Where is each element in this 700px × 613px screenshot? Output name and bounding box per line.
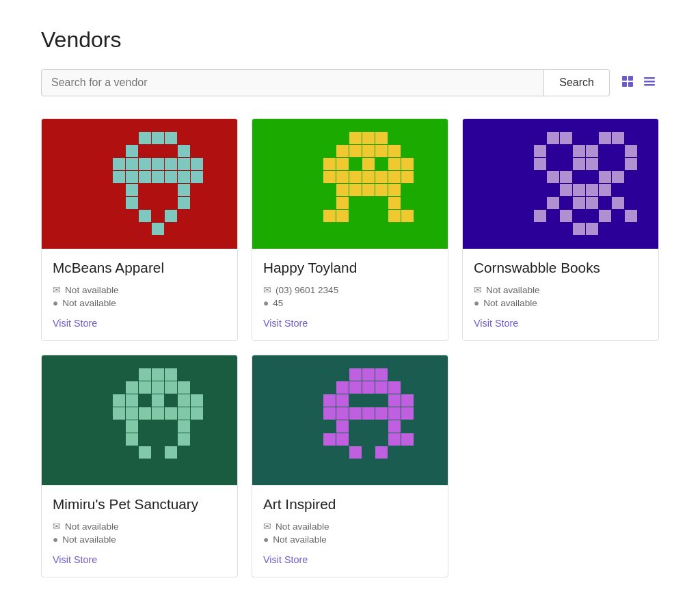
grid-view-icon[interactable] [618, 72, 637, 94]
phone-icon: ✉ [474, 284, 482, 295]
vendor-card: McBeans Apparel✉ Not available● Not avai… [41, 118, 238, 341]
svg-rect-3 [628, 82, 633, 87]
vendor-location: ● 45 [263, 298, 437, 308]
search-button[interactable]: Search [544, 69, 610, 96]
phone-icon: ✉ [53, 284, 61, 295]
svg-rect-6 [644, 84, 655, 86]
vendor-location: ● Not available [263, 534, 437, 545]
location-icon: ● [263, 298, 269, 308]
location-icon: ● [263, 534, 269, 545]
vendor-phone: ✉ Not available [53, 284, 226, 295]
vendor-name: Art Inspired [263, 496, 437, 513]
svg-rect-1 [628, 76, 633, 81]
list-view-icon[interactable] [640, 72, 659, 94]
svg-rect-0 [622, 76, 627, 81]
vendor-image [252, 119, 448, 249]
vendor-card: Happy Toyland✉ (03) 9601 2345● 45Visit S… [252, 118, 448, 341]
phone-icon: ✉ [263, 521, 271, 532]
vendor-phone: ✉ Not available [53, 521, 226, 532]
page-title: Vendors [41, 27, 659, 53]
vendor-card: Cornswabble Books✉ Not available● Not av… [462, 118, 659, 341]
vendor-image [463, 119, 659, 249]
vendor-location: ● Not available [53, 298, 226, 308]
vendor-name: Happy Toyland [263, 260, 437, 276]
vendors-grid: McBeans Apparel✉ Not available● Not avai… [41, 118, 659, 577]
visit-store-link[interactable]: Visit Store [263, 554, 308, 565]
location-icon: ● [53, 298, 58, 308]
vendor-phone: ✉ (03) 9601 2345 [263, 284, 437, 295]
svg-rect-4 [644, 77, 655, 79]
svg-rect-5 [644, 81, 655, 83]
visit-store-link[interactable]: Visit Store [474, 318, 518, 329]
search-input[interactable] [41, 69, 544, 96]
vendor-location: ● Not available [474, 298, 647, 308]
vendor-image [42, 355, 238, 485]
vendor-card: Mimiru's Pet Sanctuary✉ Not available● N… [41, 355, 238, 577]
visit-store-link[interactable]: Visit Store [53, 554, 97, 565]
search-bar: Search [41, 69, 659, 96]
vendor-phone: ✉ Not available [263, 521, 437, 532]
visit-store-link[interactable]: Visit Store [53, 318, 97, 329]
visit-store-link[interactable]: Visit Store [263, 318, 308, 329]
vendor-phone: ✉ Not available [474, 284, 647, 295]
vendor-name: Mimiru's Pet Sanctuary [53, 496, 226, 513]
phone-icon: ✉ [53, 521, 61, 532]
svg-rect-2 [622, 82, 627, 87]
vendor-card: Art Inspired✉ Not available● Not availab… [252, 355, 448, 577]
vendor-image [42, 119, 238, 249]
location-icon: ● [53, 534, 58, 545]
vendor-image [252, 355, 448, 485]
phone-icon: ✉ [263, 284, 271, 295]
location-icon: ● [474, 298, 479, 308]
vendor-location: ● Not available [53, 534, 226, 545]
view-toggle [618, 72, 659, 94]
vendor-name: McBeans Apparel [53, 260, 226, 276]
vendor-name: Cornswabble Books [474, 260, 647, 276]
